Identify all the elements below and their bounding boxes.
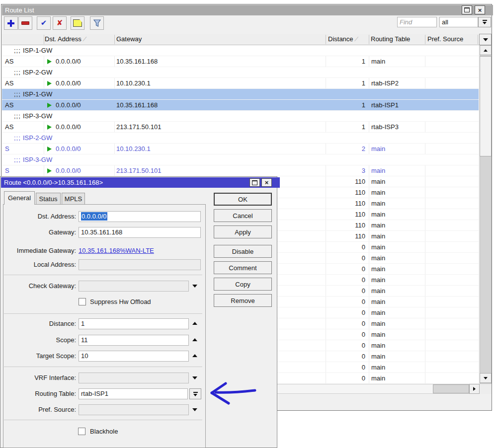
pref-source-label: Pref. Source: bbox=[1, 404, 76, 415]
scope-expand-icon[interactable] bbox=[192, 338, 197, 341]
dst-address-cell: 0.0.0.0/0 bbox=[56, 78, 81, 89]
route-row[interactable]: AS0.0.0.0/010.35.161.1681rtab-ISP1 bbox=[2, 100, 479, 111]
route-row[interactable]: S0.0.0.0/010.10.230.12main bbox=[2, 144, 479, 154]
column-header-pref-source[interactable]: Pref. Source bbox=[427, 34, 463, 45]
column-header-dst-address[interactable]: Dst. Address∕ bbox=[45, 34, 85, 45]
gateway-field[interactable]: 10.35.161.168 bbox=[79, 227, 201, 238]
route-row[interactable]: S0.0.0.0/0213.171.50.1013main bbox=[2, 165, 479, 176]
comment-button[interactable] bbox=[71, 16, 84, 30]
gateway-cell: 10.35.161.168 bbox=[116, 56, 158, 67]
routing-table-dropdown[interactable] bbox=[189, 388, 201, 399]
pref-source-field[interactable] bbox=[79, 404, 189, 415]
route-flags: AS bbox=[5, 78, 13, 89]
scroll-up-button[interactable] bbox=[480, 45, 492, 55]
route-flags: S bbox=[5, 144, 9, 154]
arrow-up-icon bbox=[484, 49, 488, 52]
maximize-button[interactable] bbox=[462, 5, 472, 14]
active-route-icon bbox=[47, 168, 52, 173]
close-button[interactable]: × bbox=[475, 5, 485, 14]
dst-address-cell: 0.0.0.0/0 bbox=[56, 122, 81, 133]
blackhole-checkbox[interactable] bbox=[78, 428, 85, 435]
dst-address-cell: 0.0.0.0/0 bbox=[56, 165, 81, 176]
dst-address-cell: 0.0.0.0/0 bbox=[56, 100, 81, 111]
route-flags: AS bbox=[5, 122, 13, 133]
screen: Route List × ✔ ✘ all bbox=[0, 0, 497, 448]
funnel-icon bbox=[93, 19, 101, 27]
target-scope-expand-icon[interactable] bbox=[192, 354, 197, 357]
route-row-comment[interactable]: ;;;ISP-2-GW bbox=[2, 67, 479, 78]
local-address-field bbox=[79, 259, 201, 270]
column-selector-button[interactable] bbox=[479, 34, 492, 45]
route-row-comment[interactable]: ;;;ISP-3-GW bbox=[2, 154, 479, 165]
scroll-right-button[interactable] bbox=[469, 384, 480, 394]
add-button[interactable] bbox=[4, 16, 18, 30]
route-list-titlebar[interactable]: Route List bbox=[2, 5, 493, 15]
copy-button[interactable]: Copy bbox=[214, 278, 272, 291]
route-row-comment[interactable]: ;;;ISP-1-GW bbox=[2, 45, 479, 56]
routing-table-cell: rtab-ISP2 bbox=[371, 78, 399, 89]
tab-status[interactable]: Status bbox=[36, 193, 61, 205]
comment-text: ISP-3-GW bbox=[23, 111, 52, 122]
column-header-routing-table[interactable]: Routing Table bbox=[371, 34, 410, 45]
routing-table-field[interactable]: rtab-ISP1 bbox=[79, 388, 188, 399]
distance-expand-icon[interactable] bbox=[192, 322, 197, 325]
immediate-gateway-link[interactable]: 10.35.161.168%WAN-LTE bbox=[79, 245, 154, 256]
vrf-interface-field[interactable] bbox=[79, 373, 189, 383]
routing-table-cell: main bbox=[371, 176, 385, 187]
remove-button[interactable]: Remove bbox=[214, 294, 272, 307]
filter-dropdown-button[interactable] bbox=[478, 17, 491, 27]
cancel-button[interactable]: Cancel bbox=[214, 209, 272, 222]
suppress-hw-offload-checkbox[interactable] bbox=[79, 298, 86, 305]
route-row[interactable]: AS0.0.0.0/010.35.161.1681main bbox=[2, 56, 479, 67]
remove-button[interactable] bbox=[18, 16, 32, 30]
vertical-scrollbar-thumb[interactable] bbox=[480, 56, 492, 156]
comment-marker: ;;; bbox=[14, 45, 21, 56]
scope-field[interactable]: 11 bbox=[79, 335, 189, 346]
tab-mpls[interactable]: MPLS bbox=[62, 193, 85, 205]
distance-cell: 1 bbox=[326, 100, 365, 111]
gateway-cell: 10.10.230.1 bbox=[116, 144, 151, 154]
close-icon: × bbox=[265, 179, 269, 186]
dialog-maximize-button[interactable] bbox=[249, 178, 260, 187]
find-input[interactable] bbox=[397, 17, 437, 27]
ok-button[interactable]: OK bbox=[214, 193, 272, 206]
distance-cell: 0 bbox=[326, 340, 365, 351]
route-row-comment[interactable]: ;;;ISP-3-GW bbox=[2, 111, 479, 122]
horizontal-scrollbar-thumb[interactable] bbox=[433, 384, 469, 393]
filter-dropdown[interactable]: all bbox=[439, 17, 478, 27]
column-header-distance[interactable]: Distance∕ bbox=[328, 34, 357, 45]
comment-marker: ;;; bbox=[14, 154, 21, 165]
route-row[interactable]: AS0.0.0.0/0213.171.50.1011rtab-ISP3 bbox=[2, 122, 479, 133]
column-header-gateway[interactable]: Gateway bbox=[116, 34, 142, 45]
disable-button[interactable]: Disable bbox=[214, 245, 272, 258]
distance-cell: 0 bbox=[326, 351, 365, 362]
routing-table-cell: main bbox=[371, 297, 385, 307]
distance-cell: 0 bbox=[326, 307, 365, 318]
route-row-comment[interactable]: ;;;ISP-1-GW bbox=[2, 89, 479, 100]
scroll-down-button[interactable] bbox=[480, 373, 492, 383]
vrf-interface-dropdown-icon[interactable] bbox=[192, 376, 197, 379]
cross-icon: ✘ bbox=[57, 19, 63, 27]
check-gateway-field[interactable] bbox=[79, 281, 189, 292]
distance-label: Distance: bbox=[1, 318, 76, 329]
route-row-comment[interactable]: ;;;ISP-2-GW bbox=[2, 133, 479, 144]
filter-button[interactable] bbox=[90, 16, 104, 30]
tab-general[interactable]: General bbox=[4, 191, 35, 205]
routing-table-cell: main bbox=[371, 187, 385, 198]
route-dialog-titlebar[interactable]: Route <0.0.0.0/0->10.35.161.168> bbox=[1, 177, 280, 188]
pref-source-dropdown-icon[interactable] bbox=[192, 408, 197, 411]
distance-cell: 3 bbox=[326, 165, 365, 176]
dst-address-field[interactable]: 0.0.0.0/0 bbox=[79, 211, 201, 222]
dialog-close-button[interactable]: × bbox=[261, 178, 272, 187]
comment-button[interactable]: Comment bbox=[214, 261, 272, 274]
arrow-right-icon bbox=[473, 387, 476, 391]
gateway-cell: 213.171.50.101 bbox=[116, 122, 161, 133]
target-scope-field[interactable]: 10 bbox=[79, 351, 189, 362]
apply-button[interactable]: Apply bbox=[214, 225, 272, 238]
sort-indicator: ∕ bbox=[356, 35, 357, 43]
distance-field[interactable]: 1 bbox=[79, 318, 189, 329]
route-row[interactable]: AS0.0.0.0/010.10.230.11rtab-ISP2 bbox=[2, 78, 479, 89]
check-gateway-dropdown-icon[interactable] bbox=[192, 285, 197, 288]
disable-button[interactable]: ✘ bbox=[53, 16, 67, 30]
enable-button[interactable]: ✔ bbox=[37, 16, 51, 30]
